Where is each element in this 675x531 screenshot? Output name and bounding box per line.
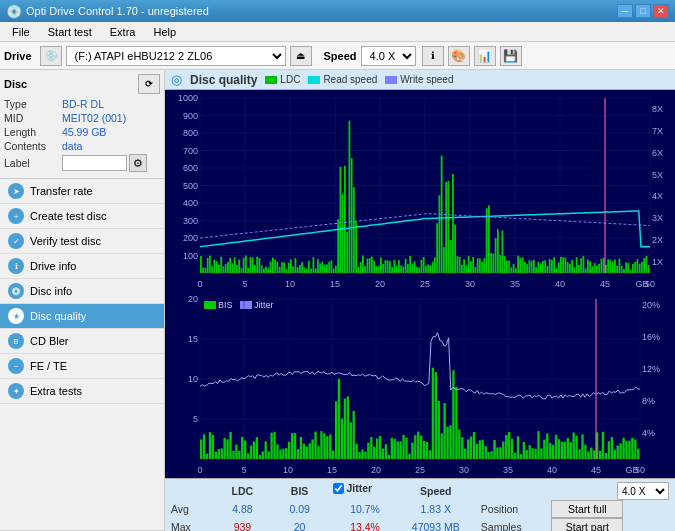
nav-disc-info-label: Disc info: [30, 285, 72, 297]
position-value: 47093 MB: [397, 518, 475, 531]
disc-length-label: Length: [4, 126, 62, 138]
nav-create-test-disc[interactable]: + Create test disc: [0, 204, 164, 229]
col-ldc-header: LDC: [209, 482, 276, 500]
disc-info-icon: 💿: [8, 283, 24, 299]
avg-label: Avg: [171, 500, 209, 518]
disc-quality-icon: ★: [8, 308, 24, 324]
legend-write-speed-label: Write speed: [400, 74, 453, 85]
restore-button[interactable]: □: [635, 4, 651, 18]
drive-info-icon: ℹ: [8, 258, 24, 274]
max-bis: 20: [276, 518, 324, 531]
main-area: Disc ⟳ Type BD-R DL MID MEIT02 (001) Len…: [0, 70, 675, 531]
chart-btn[interactable]: 📊: [474, 46, 496, 66]
col-speed-header: Speed: [397, 482, 475, 500]
legend-read-speed-color: [308, 76, 320, 84]
stats-area: LDC BIS Jitter Speed 4.0 X Avg 4.88 0.09: [165, 478, 675, 531]
eject-btn[interactable]: ⏏: [290, 46, 312, 66]
legend-ldc: LDC: [265, 74, 300, 85]
disc-mid-row: MID MEIT02 (001): [4, 112, 160, 124]
menubar: File Start test Extra Help: [0, 22, 675, 42]
avg-jitter: 10.7%: [333, 500, 396, 518]
samples-label: Samples: [475, 518, 552, 531]
nav-fe-te[interactable]: ~ FE / TE: [0, 354, 164, 379]
disc-label-input[interactable]: [62, 155, 127, 171]
minimize-button[interactable]: ─: [617, 4, 633, 18]
quality-title: Disc quality: [190, 73, 257, 87]
col-jitter-header: Jitter: [333, 482, 396, 494]
legend-ldc-color: [265, 76, 277, 84]
col-bis-header: BIS: [276, 482, 324, 500]
disc-label-label: Label: [4, 157, 62, 169]
app-icon: 💿: [6, 4, 22, 19]
disc-type-value: BD-R DL: [62, 98, 104, 110]
disc-refresh-btn[interactable]: ⟳: [138, 74, 160, 94]
extra-tests-icon: ✦: [8, 383, 24, 399]
nav-extra-tests-label: Extra tests: [30, 385, 82, 397]
disc-type-label: Type: [4, 98, 62, 110]
save-btn[interactable]: 💾: [500, 46, 522, 66]
stats-speed-select[interactable]: 4.0 X: [617, 482, 669, 500]
charts-area: [165, 90, 675, 478]
legend-write-speed: Write speed: [385, 74, 453, 85]
start-part-button[interactable]: Start part: [551, 518, 623, 531]
disc-length-row: Length 45.99 GB: [4, 126, 160, 138]
start-full-button[interactable]: Start full: [551, 500, 623, 518]
disc-contents-row: Contents data: [4, 140, 160, 152]
menu-file[interactable]: File: [4, 24, 38, 40]
nav-drive-info[interactable]: ℹ Drive info: [0, 254, 164, 279]
nav-verify-test-disc-label: Verify test disc: [30, 235, 101, 247]
transfer-rate-icon: ➤: [8, 183, 24, 199]
menu-help[interactable]: Help: [145, 24, 184, 40]
disc-length-value: 45.99 GB: [62, 126, 106, 138]
avg-speed: 1.83 X: [397, 500, 475, 518]
nav-create-test-disc-label: Create test disc: [30, 210, 106, 222]
titlebar-controls: ─ □ ✕: [617, 4, 669, 18]
disc-type-row: Type BD-R DL: [4, 98, 160, 110]
nav-transfer-rate[interactable]: ➤ Transfer rate: [0, 179, 164, 204]
nav-disc-quality-label: Disc quality: [30, 310, 86, 322]
nav-verify-test-disc[interactable]: ✓ Verify test disc: [0, 229, 164, 254]
drive-icon-btn[interactable]: 💿: [40, 46, 62, 66]
disc-mid-value: MEIT02 (001): [62, 112, 126, 124]
max-ldc: 939: [209, 518, 276, 531]
disc-section: Disc ⟳ Type BD-R DL MID MEIT02 (001) Len…: [0, 70, 164, 179]
app-title: Opti Drive Control 1.70 - unregistered: [26, 5, 209, 17]
right-content: ◎ Disc quality LDC Read speed Write spee…: [165, 70, 675, 531]
nav-disc-info[interactable]: 💿 Disc info: [0, 279, 164, 304]
nav-disc-quality[interactable]: ★ Disc quality: [0, 304, 164, 329]
nav-cd-bler[interactable]: B CD Bler: [0, 329, 164, 354]
label-settings-btn[interactable]: ⚙: [129, 154, 147, 172]
bottom-chart-canvas: [165, 291, 675, 477]
nav-extra-tests[interactable]: ✦ Extra tests: [0, 379, 164, 404]
disc-header: Disc ⟳: [4, 74, 160, 94]
disc-header-label: Disc: [4, 78, 27, 90]
verify-test-disc-icon: ✓: [8, 233, 24, 249]
legend-ldc-label: LDC: [280, 74, 300, 85]
drive-select[interactable]: (F:) ATAPI eHBU212 2 ZL06: [66, 46, 286, 66]
info-btn[interactable]: ℹ: [422, 46, 444, 66]
nav-items: ➤ Transfer rate + Create test disc ✓ Ver…: [0, 179, 164, 404]
speed-select[interactable]: 4.0 X: [361, 46, 416, 66]
cd-bler-icon: B: [8, 333, 24, 349]
nav-fe-te-label: FE / TE: [30, 360, 67, 372]
titlebar: 💿 Opti Drive Control 1.70 - unregistered…: [0, 0, 675, 22]
disc-contents-label: Contents: [4, 140, 62, 152]
quality-icon: ◎: [171, 72, 182, 87]
legend-read-speed: Read speed: [308, 74, 377, 85]
drive-toolbar: Drive 💿 (F:) ATAPI eHBU212 2 ZL06 ⏏ Spee…: [0, 42, 675, 70]
close-button[interactable]: ✕: [653, 4, 669, 18]
disc-mid-label: MID: [4, 112, 62, 124]
color-btn[interactable]: 🎨: [448, 46, 470, 66]
position-label: Position: [475, 500, 552, 518]
create-test-disc-icon: +: [8, 208, 24, 224]
quality-header: ◎ Disc quality LDC Read speed Write spee…: [165, 70, 675, 90]
top-chart-canvas: [165, 90, 675, 291]
max-label: Max: [171, 518, 209, 531]
nav-drive-info-label: Drive info: [30, 260, 76, 272]
menu-start-test[interactable]: Start test: [40, 24, 100, 40]
fe-te-icon: ~: [8, 358, 24, 374]
menu-extra[interactable]: Extra: [102, 24, 144, 40]
drive-label: Drive: [4, 50, 32, 62]
jitter-checkbox[interactable]: [333, 483, 344, 494]
nav-transfer-rate-label: Transfer rate: [30, 185, 93, 197]
